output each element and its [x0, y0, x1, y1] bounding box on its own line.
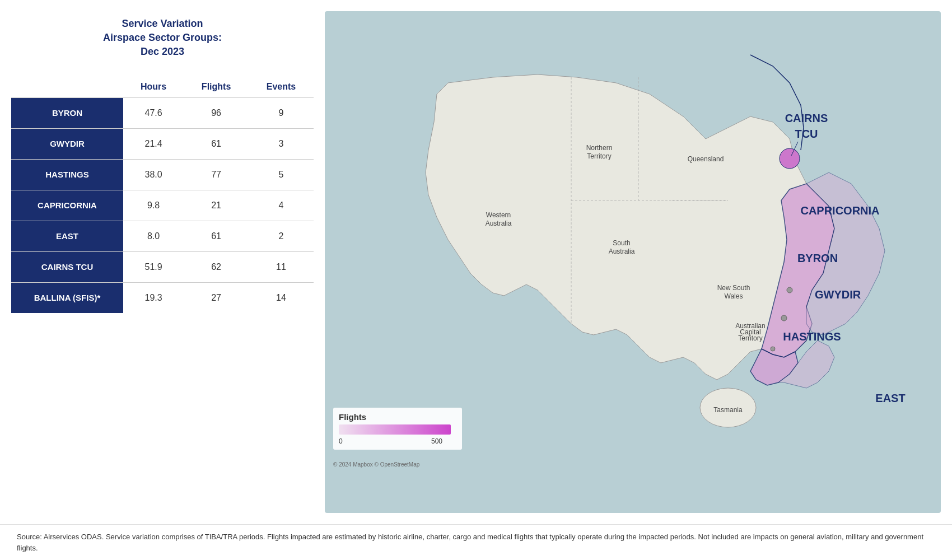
svg-text:New South: New South	[717, 284, 750, 292]
table-row: CAPRICORNIA9.8214	[11, 190, 314, 221]
svg-text:Northern: Northern	[586, 144, 613, 152]
svg-text:0: 0	[339, 437, 343, 445]
table-row: BALLINA (SFIS)*19.32714	[11, 282, 314, 313]
cell-hours: 9.8	[123, 190, 184, 221]
cell-events: 11	[249, 251, 314, 282]
svg-text:Australia: Australia	[486, 220, 512, 227]
svg-point-8	[781, 315, 787, 321]
map-svg: Northern Territory Queensland Western Au…	[325, 11, 941, 513]
cell-flights: 21	[184, 190, 249, 221]
svg-text:Western: Western	[486, 211, 511, 219]
svg-text:CAPRICORNIA: CAPRICORNIA	[800, 204, 879, 217]
svg-text:EAST: EAST	[875, 392, 905, 404]
data-table: Hours Flights Events BYRON47.6969GWYDIR2…	[11, 76, 314, 313]
cell-flights: 96	[184, 97, 249, 128]
cell-flights: 61	[184, 128, 249, 159]
svg-text:Territory: Territory	[738, 334, 762, 342]
row-label-east: EAST	[11, 221, 123, 251]
svg-text:BYRON: BYRON	[797, 252, 838, 264]
svg-text:Territory: Territory	[587, 152, 611, 160]
cell-hours: 51.9	[123, 251, 184, 282]
svg-point-6	[780, 148, 800, 169]
row-label-cairns-tcu: CAIRNS TCU	[11, 251, 123, 282]
svg-text:© 2024 Mapbox © OpenStreetMap: © 2024 Mapbox © OpenStreetMap	[333, 461, 420, 468]
cell-hours: 19.3	[123, 282, 184, 313]
svg-text:TCU: TCU	[795, 128, 818, 140]
cell-events: 9	[249, 97, 314, 128]
cell-flights: 77	[184, 159, 249, 190]
map-container: Northern Territory Queensland Western Au…	[325, 11, 941, 513]
svg-text:Australia: Australia	[609, 248, 635, 255]
row-label-hastings: HASTINGS	[11, 159, 123, 190]
table-row: GWYDIR21.4613	[11, 128, 314, 159]
svg-text:GWYDIR: GWYDIR	[815, 288, 861, 301]
cell-hours: 21.4	[123, 128, 184, 159]
cell-events: 4	[249, 190, 314, 221]
map-panel: Northern Territory Queensland Western Au…	[325, 11, 941, 513]
cell-flights: 62	[184, 251, 249, 282]
cell-events: 14	[249, 282, 314, 313]
col-flights: Flights	[184, 76, 249, 98]
col-events: Events	[249, 76, 314, 98]
row-label-byron: BYRON	[11, 97, 123, 128]
svg-text:Wales: Wales	[725, 292, 743, 300]
cell-hours: 47.6	[123, 97, 184, 128]
svg-rect-33	[339, 424, 451, 435]
svg-text:500: 500	[431, 437, 442, 445]
footer-text: Source: Airservices ODAS. Service variat…	[0, 524, 952, 560]
table-row: CAIRNS TCU51.96211	[11, 251, 314, 282]
table-title: Service Variation Airspace Sector Groups…	[11, 11, 314, 65]
svg-text:CAIRNS: CAIRNS	[785, 112, 828, 124]
col-hours: Hours	[123, 76, 184, 98]
cell-events: 2	[249, 221, 314, 251]
svg-text:Flights: Flights	[339, 412, 366, 422]
row-label-capricornia: CAPRICORNIA	[11, 190, 123, 221]
svg-point-9	[771, 347, 775, 351]
cell-flights: 61	[184, 221, 249, 251]
cell-hours: 38.0	[123, 159, 184, 190]
cell-flights: 27	[184, 282, 249, 313]
row-label-gwydir: GWYDIR	[11, 128, 123, 159]
svg-text:South: South	[613, 239, 630, 247]
left-panel: Service Variation Airspace Sector Groups…	[11, 11, 314, 513]
svg-text:Queensland: Queensland	[688, 155, 724, 163]
svg-text:HASTINGS: HASTINGS	[783, 330, 841, 343]
svg-point-7	[787, 287, 792, 293]
table-row: EAST8.0612	[11, 221, 314, 251]
row-label-ballina-(sfis)*: BALLINA (SFIS)*	[11, 282, 123, 313]
svg-text:Tasmania: Tasmania	[713, 406, 743, 414]
table-row: HASTINGS38.0775	[11, 159, 314, 190]
cell-events: 3	[249, 128, 314, 159]
table-row: BYRON47.6969	[11, 97, 314, 128]
cell-events: 5	[249, 159, 314, 190]
cell-hours: 8.0	[123, 221, 184, 251]
